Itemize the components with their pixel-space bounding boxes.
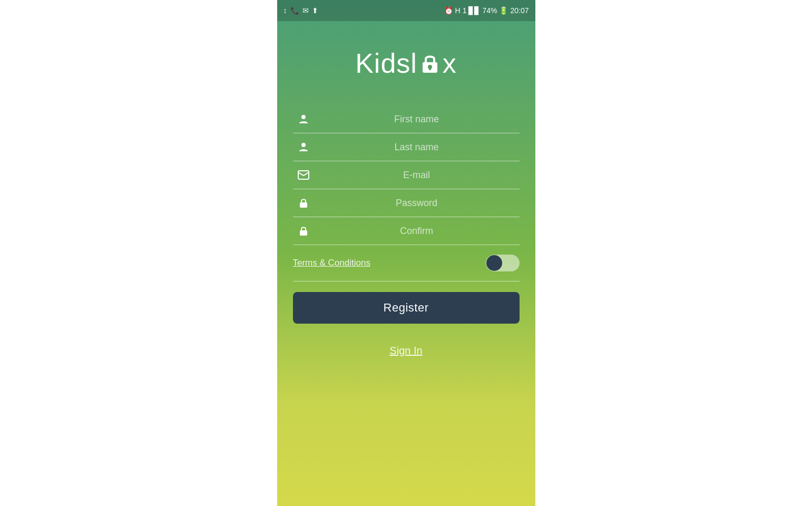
sim1-icon: 1	[463, 6, 467, 15]
user-icon-2	[293, 141, 314, 153]
confirm-input[interactable]	[314, 226, 520, 237]
alarm-icon: ⏰	[444, 6, 453, 15]
user-icon-1	[293, 113, 314, 125]
email-input[interactable]	[314, 170, 520, 181]
lastname-row	[293, 133, 520, 161]
mail-icon: ✉	[302, 6, 309, 15]
firstname-input[interactable]	[314, 114, 520, 125]
svg-rect-6	[300, 202, 307, 208]
phone-icon: 📞	[290, 6, 299, 15]
toggle-knob	[486, 255, 502, 271]
sign-in-link[interactable]: Sign In	[293, 345, 520, 357]
signal-bars-icon: ▊▊	[468, 6, 480, 15]
registration-form: Terms & Conditions Register Sign In	[293, 105, 520, 357]
phone-screen: ↕ 📞 ✉ ⬆ ⏰ H 1 ▊▊ 74% 🔋 20:07 Kidsl	[277, 0, 535, 506]
app-logo: Kidsl x	[355, 47, 457, 79]
terms-toggle[interactable]	[486, 255, 520, 271]
lastname-input[interactable]	[314, 142, 520, 153]
terms-link[interactable]: Terms & Conditions	[293, 258, 370, 268]
svg-point-3	[301, 115, 306, 119]
lock-icon-2	[293, 225, 314, 237]
status-right-area: ⏰ H 1 ▊▊ 74% 🔋 20:07	[444, 6, 529, 15]
email-row	[293, 161, 520, 189]
time-label: 20:07	[510, 6, 529, 15]
firstname-row	[293, 105, 520, 133]
logo-text-after: x	[443, 47, 457, 79]
password-input[interactable]	[314, 198, 520, 209]
battery-percentage: 74%	[482, 6, 497, 15]
terms-row: Terms & Conditions	[293, 245, 520, 281]
signal-icon: ↕	[283, 6, 287, 15]
battery-icon: 🔋	[499, 6, 508, 15]
svg-point-4	[301, 143, 306, 147]
logo-area: Kidsl x	[355, 47, 457, 79]
email-icon	[293, 169, 314, 181]
svg-rect-7	[300, 230, 307, 236]
status-bar: ↕ 📞 ✉ ⬆ ⏰ H 1 ▊▊ 74% 🔋 20:07	[277, 0, 535, 21]
logo-lock-icon	[418, 52, 442, 75]
h-icon: H	[455, 6, 461, 15]
arrow-icon: ⬆	[312, 6, 318, 15]
register-button[interactable]: Register	[293, 292, 520, 324]
confirm-row	[293, 217, 520, 245]
status-left-icons: ↕ 📞 ✉ ⬆	[283, 6, 318, 15]
logo-text-before: Kidsl	[355, 47, 417, 79]
main-content: Kidsl x	[277, 21, 535, 378]
password-row	[293, 189, 520, 217]
lock-icon-1	[293, 197, 314, 209]
